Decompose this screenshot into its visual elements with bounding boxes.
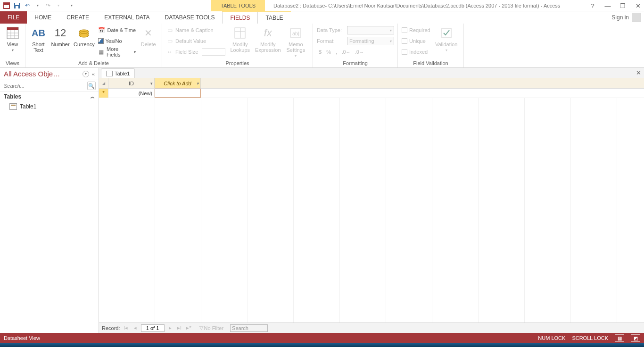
svg-point-14 <box>79 33 89 37</box>
new-row-selector[interactable]: * <box>99 89 108 98</box>
table-row[interactable]: * (New) <box>99 89 644 98</box>
nav-item-label: Table1 <box>20 103 36 110</box>
increase-decimals-icon: .0← <box>342 50 350 55</box>
yes-no-button[interactable]: Yes/No <box>98 36 136 46</box>
more-types-stack: 📅Date & Time Yes/No ▦More Fields▾ <box>98 25 136 57</box>
date-icon: 📅 <box>98 26 106 34</box>
nav-search: 🔍 <box>0 80 99 92</box>
name-label: Name & Caption <box>175 27 214 33</box>
minimize-icon[interactable]: — <box>603 2 612 9</box>
nav-collapse-icon[interactable]: « <box>92 71 95 77</box>
default-value-button: ▭Default Value <box>166 36 225 46</box>
sign-in[interactable]: Sign in <box>611 13 641 22</box>
save-icon[interactable] <box>12 1 22 10</box>
size-icon: ↔ <box>166 48 173 56</box>
doc-tab-table1[interactable]: Table1 <box>101 68 135 78</box>
group-label-views: Views <box>4 59 21 67</box>
tab-create[interactable]: CREATE <box>59 11 97 24</box>
close-doc-icon[interactable]: ✕ <box>636 69 641 76</box>
group-validation: Required Unique Indexed Validation▾ Fiel… <box>398 24 464 67</box>
contextual-tab-label: TABLE TOOLS <box>211 0 265 11</box>
record-label: Record: <box>102 325 120 331</box>
group-views: View ▾ Views <box>0 24 25 67</box>
close-icon[interactable]: ✕ <box>634 2 642 9</box>
table-icon <box>9 103 17 110</box>
tab-fields[interactable]: FIELDS <box>222 11 258 24</box>
tab-home[interactable]: HOME <box>27 11 59 24</box>
field-size-button: ↔Field Size <box>166 47 225 57</box>
restore-icon[interactable]: ❐ <box>619 2 627 9</box>
cell-id[interactable]: (New) <box>108 89 155 98</box>
memo-label: Memo Settings <box>284 41 307 53</box>
field-props-stack: ▭Name & Caption ▭Default Value ↔Field Si… <box>166 25 225 57</box>
help-icon[interactable]: ? <box>588 2 597 9</box>
unique-check: Unique <box>402 36 430 46</box>
checkbox-icon <box>402 38 407 44</box>
number-button[interactable]: 12 Number <box>50 25 71 47</box>
new-record-icon: ▸* <box>185 324 193 332</box>
datasheet-grid[interactable]: ◢ ID▾ Click to Add▾ * (New) <box>99 78 644 322</box>
group-properties: ▭Name & Caption ▭Default Value ↔Field Si… <box>162 24 313 67</box>
redo-dropdown-icon[interactable]: ▾ <box>54 1 63 10</box>
qat-customize-icon[interactable]: ▾ <box>67 1 76 10</box>
cell-new-active[interactable] <box>155 89 201 98</box>
name-caption-button: ▭Name & Caption <box>166 25 225 35</box>
grid-header: ◢ ID▾ Click to Add▾ <box>99 78 644 89</box>
design-view-icon[interactable]: ◩ <box>631 334 640 342</box>
svg-rect-5 <box>16 6 18 8</box>
currency-label: Currency <box>74 41 95 47</box>
status-bar: Datasheet View NUM LOCK SCROLL LOCK ▦ ◩ <box>0 333 644 343</box>
validation-label: Validation <box>435 41 458 47</box>
datasheet-view-icon[interactable]: ▦ <box>615 334 624 342</box>
memo-settings-button: ab| Memo Settings▾ <box>284 25 307 58</box>
tab-database-tools[interactable]: DATABASE TOOLS <box>157 11 223 24</box>
gridlines <box>108 98 644 322</box>
delete-icon: ✕ <box>141 25 156 41</box>
record-search-input[interactable]: Search <box>230 324 268 332</box>
tab-table[interactable]: TABLE <box>258 11 290 24</box>
format-value: Formatting <box>349 38 374 44</box>
search-input[interactable] <box>3 83 85 89</box>
col-add-label: Click to Add <box>164 81 191 86</box>
body-area: All Access Obje… ▾« 🔍 Tables ︽ Table1 Ta… <box>0 68 644 333</box>
currency-button[interactable]: Currency <box>73 25 95 47</box>
nav-header[interactable]: All Access Obje… ▾« <box>0 68 99 80</box>
avatar-icon <box>632 13 641 22</box>
column-header-id[interactable]: ID▾ <box>108 78 155 88</box>
unique-label: Unique <box>409 38 426 44</box>
record-position-input[interactable] <box>141 324 165 332</box>
ribbon-tabs: FILE HOME CREATE EXTERNAL DATA DATABASE … <box>0 11 644 24</box>
group-formatting: Data Type:▾ Format:Formatting▾ $ % , .0←… <box>313 24 398 67</box>
undo-dropdown-icon[interactable]: ▾ <box>33 1 42 10</box>
nav-group-tables[interactable]: Tables ︽ <box>0 92 99 101</box>
indexed-check: Indexed <box>402 47 430 57</box>
more-fields-button[interactable]: ▦More Fields▾ <box>98 47 136 57</box>
chevron-down-icon: ▾ <box>12 48 14 52</box>
default-label: Default Value <box>175 38 206 44</box>
status-view-label: Datasheet View <box>4 335 40 341</box>
filter-icon: ▽ <box>199 325 203 331</box>
memo-icon: ab| <box>288 25 303 41</box>
tab-external-data[interactable]: EXTERNAL DATA <box>97 11 157 24</box>
short-text-button[interactable]: AB Short Text <box>29 25 48 53</box>
column-dropdown-icon[interactable]: ▾ <box>150 81 153 86</box>
select-all-cell[interactable]: ◢ <box>99 78 108 88</box>
access-app-icon <box>2 1 11 10</box>
indexed-label: Indexed <box>409 49 428 55</box>
format-combo: Formatting▾ <box>347 37 394 45</box>
search-icon[interactable]: 🔍 <box>87 82 96 90</box>
nav-dropdown-icon[interactable]: ▾ <box>83 71 89 77</box>
date-time-button[interactable]: 📅Date & Time <box>98 25 136 35</box>
nav-item-table1[interactable]: Table1 <box>0 101 99 112</box>
undo-icon[interactable]: ↶ <box>23 1 32 10</box>
lookups-icon <box>232 25 248 41</box>
view-button[interactable]: View ▾ <box>4 25 21 52</box>
collapse-group-icon[interactable]: ︽ <box>91 94 95 100</box>
tab-file[interactable]: FILE <box>0 11 27 24</box>
fx-icon: fx <box>260 25 275 41</box>
redo-icon[interactable]: ↷ <box>43 1 53 10</box>
app-title: Database2 : Database- C:\Users\Emiel Noo… <box>273 0 560 11</box>
column-header-add[interactable]: Click to Add▾ <box>155 78 201 88</box>
column-dropdown-icon[interactable]: ▾ <box>197 81 199 86</box>
size-label: Field Size <box>175 49 198 55</box>
